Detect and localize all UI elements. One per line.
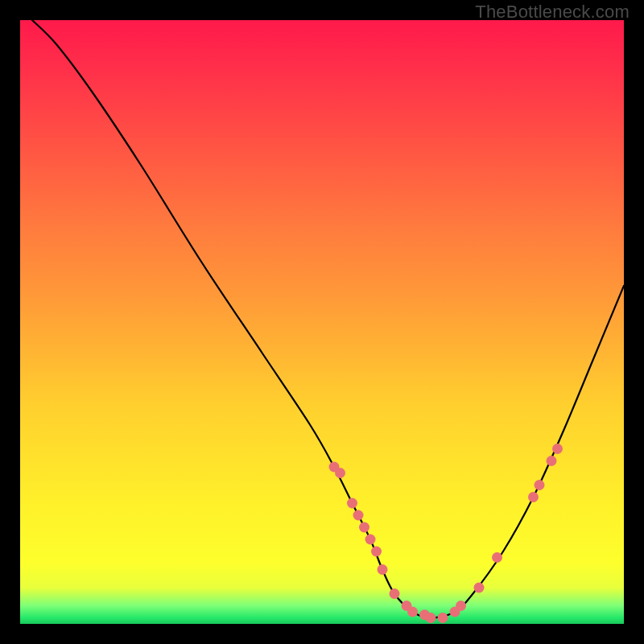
sample-point <box>535 480 545 490</box>
sample-point <box>547 456 557 466</box>
sample-point <box>365 535 376 545</box>
sample-point <box>552 444 563 454</box>
sample-point <box>335 468 345 478</box>
sample-point <box>353 510 364 521</box>
chart-container: TheBottleneck.com <box>0 0 644 644</box>
sample-points-group <box>329 444 564 623</box>
sample-point <box>492 552 502 563</box>
sample-point <box>456 601 466 611</box>
bottleneck-curve <box>32 20 624 618</box>
watermark-text: TheBottleneck.com <box>475 2 630 23</box>
sample-point <box>474 583 485 593</box>
sample-point <box>347 498 357 509</box>
plot-area <box>20 20 624 624</box>
sample-point <box>390 588 400 599</box>
sample-point <box>378 564 388 575</box>
sample-point <box>426 613 436 623</box>
sample-point <box>371 547 382 557</box>
sample-point <box>438 613 448 623</box>
sample-point <box>359 522 369 533</box>
plot-svg <box>20 20 624 624</box>
sample-point <box>407 607 418 617</box>
sample-point <box>528 492 539 502</box>
